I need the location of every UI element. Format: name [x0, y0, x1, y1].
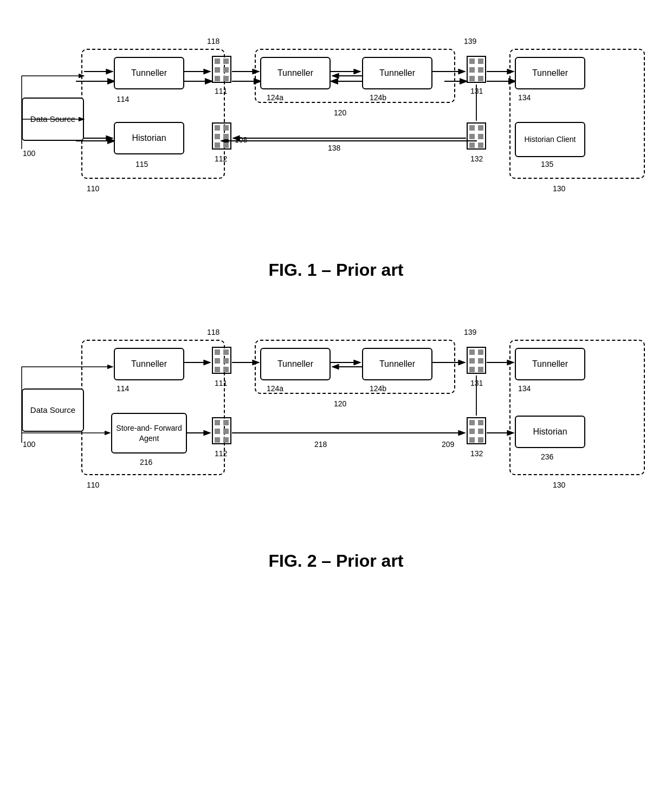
svg-rect-65	[469, 349, 475, 355]
svg-rect-73	[478, 420, 483, 425]
svg-rect-70	[478, 367, 483, 372]
svg-rect-22	[223, 142, 229, 148]
svg-rect-52	[223, 349, 229, 355]
ref-131: 131	[470, 87, 483, 95]
ref2-124b: 124b	[370, 384, 386, 393]
fig2-area: Data Source Tunneller Store-and- Forward…	[11, 313, 661, 546]
ref-111: 111	[215, 87, 227, 95]
firewall-118	[211, 55, 232, 83]
ref2-218: 218	[314, 440, 327, 449]
ref2-236: 236	[541, 452, 553, 461]
tunneller3-box: Tunneller	[362, 57, 432, 89]
ref2-124a: 124a	[267, 384, 283, 393]
ref-115: 115	[135, 160, 148, 169]
svg-rect-14	[215, 76, 220, 81]
ref2-216: 216	[140, 458, 152, 466]
firewall2-118	[211, 346, 232, 374]
tunneller1-box: Tunneller	[114, 57, 184, 89]
historian-client-box: Historian Client	[515, 122, 585, 157]
svg-rect-15	[223, 76, 229, 81]
svg-rect-76	[469, 437, 475, 443]
firewall-132	[466, 122, 487, 150]
svg-rect-26	[469, 67, 475, 73]
ref2-139: 139	[464, 328, 476, 336]
fig1-area: Data Source Tunneller Historian Tunnelle…	[11, 22, 661, 255]
svg-rect-60	[215, 429, 220, 434]
ref2-112: 112	[215, 449, 227, 458]
tunneller2-2-box: Tunneller	[260, 348, 331, 380]
svg-rect-20	[223, 134, 229, 139]
ref-110: 110	[87, 184, 99, 193]
ref2-132: 132	[470, 449, 483, 458]
ref-130: 130	[553, 184, 565, 193]
page: Data Source Tunneller Historian Tunnelle…	[0, 0, 672, 797]
fig1-caption: FIG. 1 – Prior art	[11, 260, 661, 280]
ref-138: 138	[328, 144, 340, 152]
ref2-110: 110	[87, 481, 99, 489]
svg-rect-56	[223, 367, 229, 372]
ref2-130: 130	[553, 481, 565, 489]
historian2-box: Historian	[515, 416, 585, 448]
svg-rect-24	[469, 59, 475, 64]
svg-rect-58	[215, 420, 220, 425]
svg-rect-17	[215, 125, 220, 131]
svg-rect-13	[223, 67, 229, 73]
ref2-209: 209	[442, 440, 454, 449]
svg-rect-61	[223, 429, 229, 434]
ref-135: 135	[541, 160, 553, 169]
tunneller2-4-box: Tunneller	[515, 348, 585, 380]
ref-100: 100	[23, 149, 35, 158]
svg-rect-18	[223, 125, 229, 131]
ref-124a: 124a	[267, 93, 283, 102]
ref2-131: 131	[470, 379, 483, 387]
svg-rect-67	[469, 358, 475, 364]
tunneller4-box: Tunneller	[515, 57, 585, 89]
svg-rect-10	[215, 59, 220, 64]
svg-rect-19	[215, 134, 220, 139]
ref-139: 139	[464, 37, 476, 46]
svg-rect-54	[223, 358, 229, 364]
firewall2-132	[466, 417, 487, 445]
svg-rect-74	[469, 429, 475, 434]
firewall2-131	[466, 346, 487, 374]
fig1-diagram: Data Source Tunneller Historian Tunnelle…	[11, 22, 661, 280]
svg-rect-72	[469, 420, 475, 425]
tunneller2-box: Tunneller	[260, 57, 331, 89]
ref-124b: 124b	[370, 93, 386, 102]
svg-rect-59	[223, 420, 229, 425]
ref-120: 120	[334, 108, 346, 117]
svg-rect-35	[469, 142, 475, 148]
ref2-118: 118	[207, 328, 219, 336]
ref2-120: 120	[334, 399, 346, 408]
data-source-box: Data Source	[22, 98, 84, 141]
svg-rect-62	[215, 437, 220, 443]
ref2-134: 134	[518, 384, 531, 393]
store-forward-box: Store-and- Forward Agent	[111, 413, 187, 453]
ref-132: 132	[470, 154, 483, 163]
fig2-caption: FIG. 2 – Prior art	[11, 551, 661, 571]
svg-rect-75	[478, 429, 483, 434]
ref-134: 134	[518, 93, 531, 102]
svg-rect-55	[215, 367, 220, 372]
svg-rect-66	[478, 349, 483, 355]
svg-rect-77	[478, 437, 483, 443]
tunneller2-3-box: Tunneller	[362, 348, 432, 380]
svg-rect-11	[223, 59, 229, 64]
svg-rect-36	[478, 142, 483, 148]
historian-box: Historian	[114, 122, 184, 154]
fig2-diagram: Data Source Tunneller Store-and- Forward…	[11, 313, 661, 571]
ref-108: 108	[235, 135, 247, 144]
firewall-112	[211, 122, 232, 150]
svg-rect-27	[478, 67, 483, 73]
ref-114: 114	[117, 95, 129, 103]
ref-118: 118	[207, 37, 219, 46]
svg-rect-25	[478, 59, 483, 64]
ref2-100: 100	[23, 440, 35, 449]
svg-rect-69	[469, 367, 475, 372]
svg-rect-21	[215, 142, 220, 148]
ref2-111: 111	[215, 379, 227, 387]
firewall2-112	[211, 417, 232, 445]
ref2-114: 114	[117, 384, 129, 393]
svg-rect-31	[469, 125, 475, 131]
svg-rect-28	[469, 76, 475, 81]
